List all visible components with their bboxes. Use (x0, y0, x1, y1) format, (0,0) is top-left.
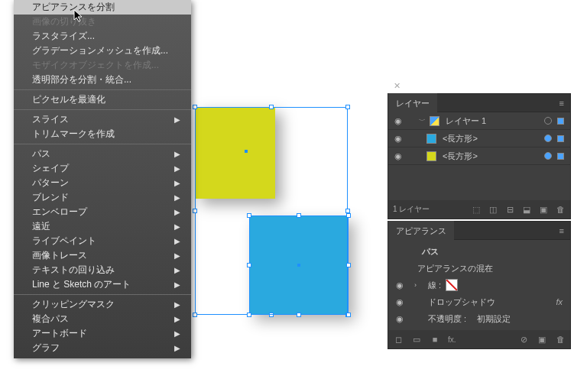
chevron-right-icon: ▶ (174, 222, 180, 231)
menu-item[interactable]: 複合パス▶ (14, 312, 191, 326)
clear-icon[interactable]: ⊘ (518, 334, 529, 345)
menu-item[interactable]: トリムマークを作成 (14, 127, 191, 141)
chevron-right-icon[interactable]: › (414, 281, 423, 289)
new-icon[interactable]: ▣ (538, 204, 549, 215)
chevron-right-icon: ▶ (174, 179, 180, 187)
menu-item[interactable]: ライブペイント▶ (14, 234, 191, 248)
menu-item[interactable]: ピクセルを最適化 (14, 92, 191, 107)
chevron-right-icon: ▶ (174, 266, 180, 274)
item-swatch (426, 134, 436, 144)
menu-item[interactable]: テキストの回り込み▶ (14, 263, 191, 277)
target-icon[interactable] (544, 152, 552, 160)
appearance-opacity-row[interactable]: ◉ 不透明度 : 初期設定 (388, 310, 570, 327)
chevron-right-icon: ▶ (174, 237, 180, 245)
menu-item[interactable]: パス▶ (14, 147, 191, 161)
menu-item[interactable]: クリッピングマスク▶ (14, 297, 191, 312)
menu-item[interactable]: 透明部分を分割・統合... (14, 73, 191, 87)
menu-separator (14, 89, 191, 90)
visibility-icon[interactable]: ◉ (393, 151, 404, 161)
layer-name[interactable]: レイヤー 1 (443, 115, 541, 127)
trash-icon[interactable]: 🗑 (555, 204, 566, 215)
panel-header: アピアランス ≡ (388, 222, 570, 240)
target-icon[interactable] (544, 134, 552, 142)
fx-icon: fx (556, 297, 563, 306)
menu-item[interactable]: エンベロープ▶ (14, 205, 191, 219)
trash-icon[interactable]: 🗑 (555, 334, 566, 345)
close-icon[interactable]: ✕ (394, 81, 401, 91)
menu-item[interactable]: 遠近▶ (14, 219, 191, 234)
menu-item[interactable]: Line と Sketch のアート▶ (14, 277, 191, 292)
layers-panel: レイヤー ≡ ◉ ﹀ レイヤー 1 ◉ <長方形> ◉ <長方形> (388, 93, 571, 219)
menu-item[interactable]: ブレンド▶ (14, 190, 191, 205)
menu-item: 画像の切り抜き (14, 15, 191, 29)
context-menu: アピアランスを分割画像の切り抜きラスタライズ...グラデーションメッシュを作成.… (14, 0, 191, 358)
menu-item[interactable]: グラデーションメッシュを作成... (14, 44, 191, 58)
path-label: パス (422, 246, 439, 258)
menu-item[interactable]: 画像トレース▶ (14, 248, 191, 263)
selection-indicator[interactable] (557, 153, 564, 160)
menu-item[interactable]: グラフ▶ (14, 341, 191, 355)
selection-indicator[interactable] (557, 135, 564, 142)
layers-footer: 1 レイヤー ⬚ ◫ ⊟ ⬓ ▣ 🗑 (388, 200, 570, 219)
layers-tab[interactable]: レイヤー (388, 93, 437, 112)
fx-menu[interactable]: fx. (448, 335, 456, 344)
new-art-icon[interactable]: ◻ (393, 334, 404, 345)
appearance-tab[interactable]: アピアランス (388, 221, 454, 240)
new-layer-icon[interactable]: ⬓ (521, 204, 532, 215)
menu-item[interactable]: パターン▶ (14, 176, 191, 190)
chevron-right-icon: ▶ (174, 300, 180, 309)
item-name[interactable]: <長方形> (439, 133, 541, 144)
item-name[interactable]: <長方形> (439, 151, 541, 162)
layer-row-item[interactable]: ◉ <長方形> (388, 130, 570, 147)
item-swatch (426, 151, 436, 161)
add-stroke-icon[interactable]: ▭ (411, 334, 422, 345)
target-icon[interactable] (544, 117, 552, 125)
menu-separator (14, 294, 191, 295)
opacity-label: 不透明度 : (428, 313, 466, 325)
chevron-right-icon: ▶ (174, 150, 180, 158)
visibility-icon[interactable]: ◉ (394, 314, 405, 324)
chevron-right-icon: ▶ (174, 193, 180, 202)
layer-row-top[interactable]: ◉ ﹀ レイヤー 1 (388, 112, 570, 130)
make-clip-icon[interactable]: ◫ (488, 204, 498, 215)
chevron-right-icon: ▶ (174, 344, 180, 352)
menu-item[interactable]: ラスタライズ... (14, 29, 191, 44)
visibility-icon[interactable]: ◉ (394, 280, 405, 290)
stroke-swatch-none[interactable] (446, 279, 458, 291)
selection-indicator[interactable] (557, 118, 564, 125)
menu-separator (14, 144, 191, 144)
appearance-effect-row[interactable]: ◉ ドロップシャドウ fx (388, 293, 570, 310)
menu-item[interactable]: スライス▶ (14, 112, 191, 127)
menu-item[interactable]: シェイプ▶ (14, 161, 191, 176)
opacity-value[interactable]: 初期設定 (477, 313, 511, 325)
chevron-right-icon: ▶ (174, 164, 180, 173)
layer-row-item[interactable]: ◉ <長方形> (388, 147, 570, 165)
appearance-stroke-row[interactable]: ◉ › 線 : (388, 277, 570, 293)
chevron-right-icon: ▶ (174, 208, 180, 216)
appearance-mix-row: アピアランスの混在 (388, 260, 570, 277)
chevron-right-icon: ▶ (174, 280, 180, 289)
effect-label[interactable]: ドロップシャドウ (428, 296, 495, 308)
stroke-label: 線 : (428, 280, 441, 291)
duplicate-icon[interactable]: ▣ (537, 334, 547, 345)
panel-menu-icon[interactable]: ≡ (553, 226, 570, 235)
add-fill-icon[interactable]: ■ (430, 334, 440, 345)
appearance-path-row: パス (388, 243, 570, 260)
chevron-right-icon: ▶ (174, 329, 180, 338)
visibility-icon[interactable]: ◉ (393, 134, 404, 144)
menu-item: モザイクオブジェクトを作成... (14, 58, 191, 73)
panel-menu-icon[interactable]: ≡ (553, 99, 570, 108)
menu-item[interactable]: アピアランスを分割 (14, 0, 191, 15)
appearance-panel: アピアランス ≡ パス アピアランスの混在 ◉ › 線 : ◉ ドロップシャドウ… (388, 221, 571, 349)
mix-label: アピアランスの混在 (417, 263, 493, 274)
appearance-footer: ◻ ▭ ■ fx. ⊘ ▣ 🗑 (388, 330, 570, 348)
selection-bounds-blue (249, 215, 349, 315)
locate-object-icon[interactable]: ⬚ (471, 204, 482, 215)
chevron-right-icon: ▶ (174, 115, 180, 124)
chevron-down-icon[interactable]: ﹀ (419, 116, 426, 126)
chevron-right-icon: ▶ (174, 315, 180, 323)
visibility-icon[interactable]: ◉ (393, 116, 404, 126)
visibility-icon[interactable]: ◉ (394, 297, 405, 307)
menu-item[interactable]: アートボード▶ (14, 326, 191, 341)
new-sublayer-icon[interactable]: ⊟ (504, 204, 515, 215)
